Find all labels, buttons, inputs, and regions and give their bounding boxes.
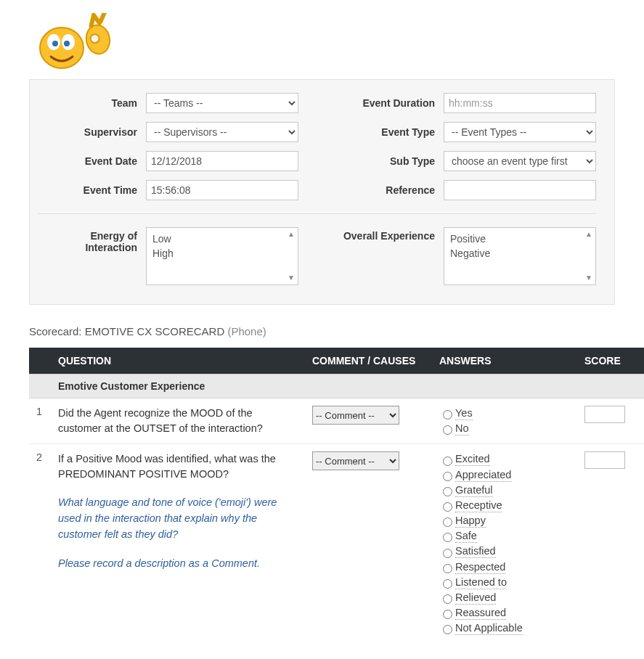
question-number: 2 bbox=[29, 444, 49, 644]
label-event-duration: Event Duration bbox=[327, 97, 444, 109]
overall-listbox[interactable]: ▲ Positive Negative ▼ bbox=[444, 227, 596, 285]
answer-label: Receptive bbox=[455, 499, 502, 512]
answer-radio[interactable] bbox=[443, 610, 452, 619]
answer-radio[interactable] bbox=[443, 625, 452, 634]
col-num bbox=[29, 348, 49, 374]
label-event-date: Event Date bbox=[37, 155, 146, 167]
answer-label: Reassured bbox=[455, 607, 506, 620]
score-cell bbox=[576, 398, 644, 444]
comment-select[interactable]: -- Comment -- bbox=[312, 406, 399, 425]
scorecard-table: QUESTION COMMENT / CAUSES ANSWERS SCORE … bbox=[29, 348, 644, 643]
comment-cell: -- Comment -- bbox=[303, 444, 431, 644]
overall-option-negative[interactable]: Negative bbox=[450, 247, 590, 261]
question-text-cell: If a Positive Mood was identified, what … bbox=[49, 444, 303, 644]
label-team: Team bbox=[37, 97, 146, 109]
answer-radio[interactable] bbox=[443, 502, 452, 512]
energy-option-high[interactable]: High bbox=[152, 247, 292, 261]
answer-radio[interactable] bbox=[443, 579, 452, 589]
answer-label: Appreciated bbox=[455, 469, 511, 482]
answer-radio[interactable] bbox=[443, 457, 452, 466]
answer-label: Relieved bbox=[455, 592, 496, 605]
chevron-up-icon: ▲ bbox=[288, 229, 295, 240]
answer-label: Not Applicable bbox=[455, 622, 523, 635]
answer-radio[interactable] bbox=[443, 472, 452, 481]
sub-type-select[interactable]: choose an event type first bbox=[444, 151, 596, 171]
answers-cell: YesNo bbox=[431, 398, 576, 444]
event-duration-input[interactable] bbox=[444, 93, 596, 113]
section-title: Emotive Customer Experience bbox=[49, 374, 303, 398]
question-text: If a Positive Mood was identified, what … bbox=[58, 451, 295, 482]
question-hint: Please record a description as a Comment… bbox=[58, 556, 295, 572]
answer-label: Grateful bbox=[455, 484, 493, 497]
svg-point-0 bbox=[40, 28, 83, 68]
answer-label: Happy bbox=[455, 515, 486, 528]
question-row: 2If a Positive Mood was identified, what… bbox=[29, 444, 644, 644]
col-answers: ANSWERS bbox=[431, 348, 576, 374]
supervisor-select[interactable]: -- Supervisors -- bbox=[146, 122, 298, 142]
answer-radio[interactable] bbox=[443, 533, 452, 542]
answer-label: Satisfied bbox=[455, 545, 496, 558]
event-form-panel: Team -- Teams -- Event Duration Supervis… bbox=[29, 79, 615, 305]
answer-radio[interactable] bbox=[443, 487, 452, 496]
label-overall: Overall Experience bbox=[327, 227, 444, 242]
answer-label: Excited bbox=[455, 453, 490, 466]
label-supervisor: Supervisor bbox=[37, 126, 146, 138]
answer-label: Safe bbox=[455, 530, 477, 543]
question-text: Did the Agent recognize the MOOD of the … bbox=[58, 406, 295, 436]
answer-radio[interactable] bbox=[443, 517, 452, 527]
question-number: 1 bbox=[29, 398, 49, 444]
event-time-input[interactable] bbox=[146, 180, 298, 200]
section-num bbox=[29, 374, 49, 398]
svg-point-4 bbox=[64, 41, 70, 46]
label-sub-type: Sub Type bbox=[327, 155, 444, 167]
answer-radio[interactable] bbox=[443, 594, 452, 604]
answer-label: Yes bbox=[455, 407, 473, 420]
chevron-down-icon: ▼ bbox=[288, 273, 295, 283]
energy-listbox[interactable]: ▲ Low High ▼ bbox=[146, 227, 298, 285]
energy-option-low[interactable]: Low bbox=[152, 232, 292, 247]
score-input[interactable] bbox=[584, 406, 625, 423]
event-type-select[interactable]: -- Event Types -- bbox=[444, 122, 596, 142]
svg-point-3 bbox=[52, 41, 58, 46]
label-event-type: Event Type bbox=[327, 126, 444, 138]
overall-option-positive[interactable]: Positive bbox=[450, 232, 590, 247]
chevron-up-icon: ▲ bbox=[585, 229, 592, 240]
comment-select[interactable]: -- Comment -- bbox=[312, 451, 399, 470]
event-date-input[interactable] bbox=[146, 151, 298, 171]
question-text-cell: Did the Agent recognize the MOOD of the … bbox=[49, 398, 303, 444]
col-question: QUESTION bbox=[49, 348, 303, 374]
col-comment: COMMENT / CAUSES bbox=[303, 348, 431, 374]
answers-cell: ExcitedAppreciatedGratefulReceptiveHappy… bbox=[431, 444, 576, 644]
label-event-time: Event Time bbox=[37, 184, 146, 196]
answer-radio[interactable] bbox=[443, 425, 452, 435]
svg-point-6 bbox=[90, 33, 100, 44]
question-hint: What language and tone of voice ('emoji'… bbox=[58, 495, 295, 542]
answer-label: Listened to bbox=[455, 576, 507, 589]
label-energy: Energy of Interaction bbox=[37, 227, 146, 253]
scorecard-title: Scorecard: EMOTIVE CX SCORECARD (Phone) bbox=[29, 325, 615, 337]
chevron-down-icon: ▼ bbox=[585, 273, 592, 283]
answer-label: No bbox=[455, 422, 469, 435]
reference-input[interactable] bbox=[444, 180, 596, 200]
answer-label: Respected bbox=[455, 561, 505, 574]
answer-radio[interactable] bbox=[443, 410, 452, 419]
team-select[interactable]: -- Teams -- bbox=[146, 93, 298, 113]
comment-cell: -- Comment -- bbox=[303, 398, 431, 444]
label-reference: Reference bbox=[327, 184, 444, 196]
answer-radio[interactable] bbox=[443, 564, 452, 573]
answer-radio[interactable] bbox=[443, 549, 452, 558]
col-score: SCORE bbox=[576, 348, 644, 374]
score-input[interactable] bbox=[584, 451, 625, 469]
question-row: 1Did the Agent recognize the MOOD of the… bbox=[29, 398, 644, 444]
score-cell bbox=[576, 444, 644, 644]
logo-emoji bbox=[0, 0, 644, 79]
